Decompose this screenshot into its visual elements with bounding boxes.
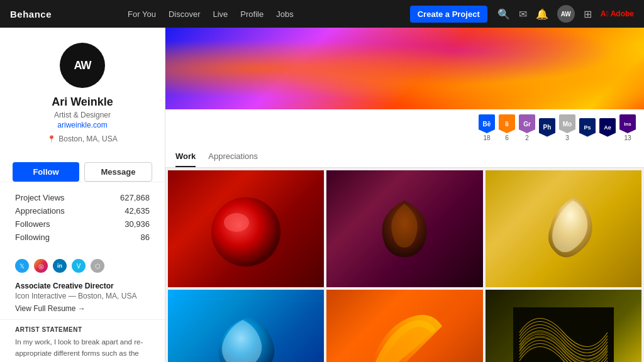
badge-mo-count: 3 xyxy=(565,134,569,141)
nav-jobs[interactable]: Jobs xyxy=(276,9,293,19)
create-project-button[interactable]: Create a Project xyxy=(410,6,487,23)
svg-rect-2 xyxy=(513,307,614,362)
social-icons: 𝕏 ◎ in V ⬡ xyxy=(0,253,165,279)
stat-value-app: 42,635 xyxy=(125,206,150,216)
apps-grid-icon[interactable]: ⊞ xyxy=(584,8,592,20)
stat-label-views: Project Views xyxy=(15,193,65,202)
profile-title: Artist & Designer xyxy=(54,111,111,119)
linkedin-icon[interactable]: in xyxy=(53,259,67,273)
profile-header: AW Ari Weinkle Artist & Designer ariwein… xyxy=(0,28,165,153)
badge-ps-icon: Ps xyxy=(579,118,596,137)
stat-label-following: Following xyxy=(15,233,50,242)
location-text: Boston, MA, USA xyxy=(58,134,117,143)
stat-followers: Followers 30,936 xyxy=(15,217,150,231)
stat-value-followers: 30,936 xyxy=(125,219,150,229)
twitter-icon[interactable]: 𝕏 xyxy=(15,259,29,273)
stat-label-followers: Followers xyxy=(15,219,50,229)
badge-il[interactable]: Ii 6 xyxy=(498,114,516,141)
nav-for-you[interactable]: For You xyxy=(128,9,156,19)
content-area: Bē 18 Ii 6 Gr 2 Ph Mo 3 Ps xyxy=(165,28,644,362)
profile-actions: Follow Message xyxy=(0,162,165,182)
statement-text: In my work, I look to break apart and re… xyxy=(15,337,150,362)
sidebar: AW Ari Weinkle Artist & Designer ariwein… xyxy=(0,28,165,362)
badge-ph-icon: Ph xyxy=(539,118,555,137)
profile-name: Ari Weinkle xyxy=(52,96,113,109)
badge-mo[interactable]: Mo 3 xyxy=(558,114,576,141)
adobe-logo: A⃞ Adobe xyxy=(601,9,634,18)
project-visual-3 xyxy=(486,170,641,287)
project-svg-6 xyxy=(513,307,614,362)
badge-il-count: 6 xyxy=(505,134,509,141)
stat-value-following: 86 xyxy=(141,233,150,242)
stats-section: Project Views 627,868 Appreciations 42,6… xyxy=(0,182,165,253)
badge-be-icon: Bē xyxy=(479,114,495,133)
badge-ins[interactable]: Ins 13 xyxy=(619,114,636,141)
badge-mo-icon: Mo xyxy=(559,114,575,133)
vimeo-icon[interactable]: V xyxy=(72,259,86,273)
project-card-1[interactable] xyxy=(168,170,324,287)
stat-following: Following 86 xyxy=(15,231,150,244)
project-svg-4 xyxy=(196,307,296,362)
project-visual-1 xyxy=(168,170,324,287)
project-card-2[interactable] xyxy=(326,170,482,287)
navbar-links: For You Discover Live Profile Jobs xyxy=(16,9,405,19)
project-visual-5 xyxy=(326,290,482,362)
project-card-3[interactable] xyxy=(486,170,641,287)
search-icon[interactable]: 🔍 xyxy=(497,8,510,20)
badge-gr[interactable]: Gr 2 xyxy=(518,114,536,141)
badge-ins-count: 13 xyxy=(624,134,631,141)
project-svg-3 xyxy=(513,188,614,270)
stat-label-app: Appreciations xyxy=(15,206,65,216)
tab-appreciations[interactable]: Appreciations xyxy=(208,151,258,167)
tab-work[interactable]: Work xyxy=(175,151,196,167)
profile-location: 📍 Boston, MA, USA xyxy=(47,134,117,143)
navbar: Behance For You Discover Live Profile Jo… xyxy=(0,0,644,28)
avatar-initials: AW xyxy=(74,59,91,72)
navbar-right: 🔍 ✉ 🔔 AW ⊞ A⃞ Adobe xyxy=(497,5,634,23)
project-svg-5 xyxy=(354,307,455,362)
follow-button[interactable]: Follow xyxy=(13,162,79,182)
cover-waves-decoration xyxy=(165,28,644,109)
stat-project-views: Project Views 627,868 xyxy=(15,191,150,204)
notification-icon[interactable]: 🔔 xyxy=(536,8,548,20)
badge-ph[interactable]: Ph xyxy=(538,118,556,138)
work-title: Associate Creative Director xyxy=(15,282,150,290)
badge-ae[interactable]: Ae xyxy=(599,118,616,138)
project-card-6[interactable] xyxy=(486,290,641,362)
project-svg-1 xyxy=(196,188,296,270)
profile-website[interactable]: ariweinkle.com xyxy=(57,121,107,129)
cover-banner xyxy=(165,28,644,109)
stat-value-views: 627,868 xyxy=(120,193,150,202)
badge-il-icon: Ii xyxy=(499,114,515,133)
view-resume-link[interactable]: View Full Resume → xyxy=(15,304,150,313)
instagram-icon[interactable]: ◎ xyxy=(34,259,48,273)
stat-appreciations: Appreciations 42,635 xyxy=(15,204,150,217)
avatar: AW xyxy=(60,43,105,88)
project-card-4[interactable] xyxy=(168,290,324,362)
svg-point-1 xyxy=(224,213,249,232)
content-tabs: Work Appreciations xyxy=(165,146,644,168)
work-info: Associate Creative Director Icon Interac… xyxy=(0,279,165,319)
project-visual-4 xyxy=(168,290,324,362)
message-icon[interactable]: ✉ xyxy=(519,8,527,20)
location-pin-icon: 📍 xyxy=(47,135,56,143)
badge-be[interactable]: Bē 18 xyxy=(478,114,496,141)
nav-live[interactable]: Live xyxy=(213,9,228,19)
message-button[interactable]: Message xyxy=(84,162,152,182)
project-visual-2 xyxy=(326,170,482,287)
project-svg-2 xyxy=(354,188,455,270)
nav-profile[interactable]: Profile xyxy=(240,9,264,19)
badge-be-count: 18 xyxy=(483,134,490,141)
badge-gr-count: 2 xyxy=(525,134,529,141)
nav-discover[interactable]: Discover xyxy=(169,9,201,19)
badge-ins-icon: Ins xyxy=(619,114,636,133)
badge-ps[interactable]: Ps xyxy=(579,118,596,138)
badges-row: Bē 18 Ii 6 Gr 2 Ph Mo 3 Ps xyxy=(165,109,644,146)
project-visual-6 xyxy=(486,290,641,362)
badge-ae-icon: Ae xyxy=(599,118,616,137)
statement-title: ARTIST STATEMENT xyxy=(15,326,150,333)
user-avatar[interactable]: AW xyxy=(557,5,575,23)
artist-statement: ARTIST STATEMENT In my work, I look to b… xyxy=(0,319,165,362)
project-card-5[interactable] xyxy=(326,290,482,362)
other-social-icon[interactable]: ⬡ xyxy=(91,259,104,273)
